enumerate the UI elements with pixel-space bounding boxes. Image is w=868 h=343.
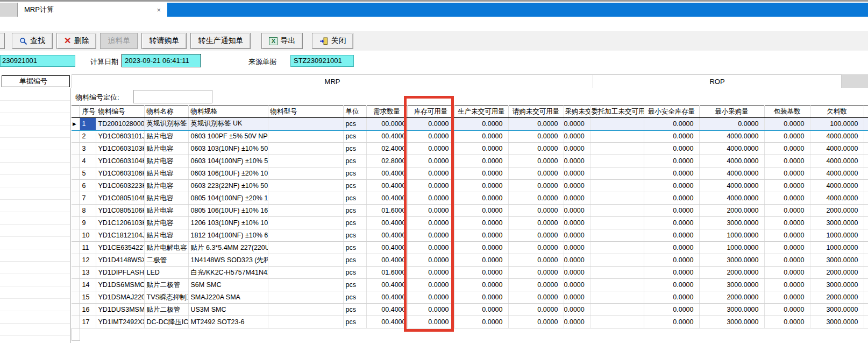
grid-cell[interactable] bbox=[590, 229, 644, 242]
table-row[interactable]: 17YD1IMT2492XXDC-DC降压ICMT2492 SOT23-6pcs… bbox=[72, 316, 868, 328]
grid-cell[interactable]: 0.0000 bbox=[644, 167, 699, 180]
grid-cell[interactable]: 3000.0000 bbox=[810, 279, 864, 291]
grid-cell[interactable]: 1000.0000 bbox=[810, 229, 864, 242]
grid-cell[interactable]: 0.0000 bbox=[508, 143, 564, 155]
grid-cell[interactable]: YD1D4148WSX bbox=[96, 254, 144, 267]
grid-cell[interactable]: 6 bbox=[80, 180, 96, 192]
grid-cell[interactable]: 0.0000 bbox=[644, 267, 699, 279]
table-row[interactable]: 4YD1C0603104K贴片电容0603 104(100NF) ±10% 50… bbox=[72, 155, 868, 167]
grid-cell[interactable]: 0.0000 bbox=[644, 143, 699, 155]
grid-cell[interactable]: 0.0000 bbox=[644, 118, 699, 130]
grid-cell[interactable] bbox=[268, 267, 343, 279]
table-row[interactable]: 13YD1DIPFLASH5LED白光/KK2C-H5757M41N42pcs0… bbox=[72, 267, 868, 279]
grid-cell[interactable]: 1206 103(10NF) ±10% 100 bbox=[188, 217, 268, 229]
grid-cell[interactable]: pcs bbox=[343, 316, 366, 328]
grid-cell[interactable] bbox=[590, 205, 644, 217]
grid-cell[interactable]: 0.0000 bbox=[407, 155, 454, 167]
grid-cell[interactable]: 4000.0000 bbox=[699, 143, 764, 155]
clipped-button[interactable]: 单 bbox=[0, 33, 5, 49]
grid-cell[interactable]: 0.0000 bbox=[407, 254, 454, 267]
grid-cell[interactable]: 0.0000 bbox=[764, 192, 810, 205]
grid-cell[interactable]: 3000.0000 bbox=[699, 217, 764, 229]
grid-cell[interactable]: 1812 104(100NF) ±10% 63 bbox=[188, 229, 268, 242]
grid-cell[interactable]: 0.0000 bbox=[764, 291, 810, 304]
grid-cell[interactable]: 0.0000 bbox=[564, 143, 590, 155]
table-row[interactable]: 7YD1C0805104M贴片电容0805 104(100NF) ±20% 10… bbox=[72, 192, 868, 205]
grid-cell[interactable]: 3000.0000 bbox=[810, 254, 864, 267]
grid-cell[interactable]: LED bbox=[144, 267, 188, 279]
grid-cell[interactable]: YD1DIPFLASH5 bbox=[96, 267, 144, 279]
grid-cell[interactable]: 0.0000 bbox=[508, 316, 564, 328]
column-header[interactable]: 欠料数 bbox=[810, 106, 864, 118]
grid-cell[interactable]: 0.0000 bbox=[508, 180, 564, 192]
grid-cell[interactable]: 4000.0000 bbox=[810, 130, 864, 143]
grid-cell[interactable]: MT2492 SOT23-6 bbox=[188, 316, 268, 328]
delete-button[interactable]: ✕ 删除 bbox=[56, 33, 96, 49]
grid-cell[interactable]: 3000.0000 bbox=[810, 316, 864, 328]
row-marker-cell[interactable] bbox=[72, 254, 80, 267]
grid-cell[interactable]: 0.0000 bbox=[508, 155, 564, 167]
grid-cell[interactable]: pcs bbox=[343, 118, 366, 130]
grid-cell[interactable]: pcs bbox=[343, 254, 366, 267]
grid-cell[interactable]: 0.0000 bbox=[508, 267, 564, 279]
table-row[interactable]: 10YD1C1812104J贴片电容1812 104(100NF) ±10% 6… bbox=[72, 229, 868, 242]
table-row[interactable]: 15YD1DSMAJ220ATVS瞬态抑制二极SMAJ220A SMApcs00… bbox=[72, 291, 868, 304]
grid-cell[interactable]: 0.0000 bbox=[644, 316, 699, 328]
grid-cell[interactable]: 0.0000 bbox=[764, 279, 810, 291]
grid-cell[interactable]: 0.0000 bbox=[699, 118, 764, 130]
close-window-button[interactable]: 关闭 bbox=[312, 33, 353, 49]
grid-cell[interactable]: 0.0000 bbox=[407, 205, 454, 217]
grid-cell[interactable]: 5 bbox=[80, 167, 96, 180]
grid-cell[interactable] bbox=[268, 118, 343, 130]
grid-cell[interactable]: 0603 106(10UF) ±20% 10V bbox=[188, 167, 268, 180]
grid-cell[interactable]: 1000.0000 bbox=[699, 242, 764, 254]
row-marker-cell[interactable] bbox=[72, 291, 80, 304]
grid-cell[interactable]: 0.0000 bbox=[564, 205, 590, 217]
column-header[interactable]: 生产未交可用量 bbox=[454, 106, 508, 118]
grid-cell[interactable]: 100.0000 bbox=[810, 118, 864, 130]
grid-cell[interactable]: 02.8000 bbox=[366, 155, 407, 167]
grid-cell[interactable] bbox=[590, 217, 644, 229]
grid-cell[interactable] bbox=[590, 304, 644, 316]
grid-cell[interactable]: 0.0000 bbox=[454, 180, 508, 192]
grid-cell[interactable]: 2000.0000 bbox=[699, 205, 764, 217]
grid-cell[interactable]: 2000.0000 bbox=[699, 267, 764, 279]
grid-cell[interactable]: 4000.0000 bbox=[699, 155, 764, 167]
to-purchase-requisition-button[interactable]: 转请购单 bbox=[141, 33, 187, 49]
grid-cell[interactable]: 8 bbox=[80, 205, 96, 217]
grid-cell[interactable]: 0.0000 bbox=[564, 130, 590, 143]
grid-cell[interactable] bbox=[590, 254, 644, 267]
grid-cell[interactable]: 0.0000 bbox=[764, 167, 810, 180]
grid-cell[interactable]: pcs bbox=[343, 205, 366, 217]
grid-cell[interactable]: 0.0000 bbox=[644, 229, 699, 242]
grid-cell[interactable]: 00.0000 bbox=[366, 118, 407, 130]
column-header[interactable]: 需求数量 bbox=[366, 106, 407, 118]
calc-date-field[interactable]: 2023-09-21 06:41:11 bbox=[122, 54, 201, 67]
mrp-doc-number-field[interactable]: 230921001 bbox=[0, 55, 75, 67]
grid-cell[interactable] bbox=[268, 254, 343, 267]
grid-cell[interactable]: 0.0000 bbox=[764, 143, 810, 155]
grid-cell[interactable]: 0.0000 bbox=[564, 291, 590, 304]
table-row[interactable]: 9YD1C1206103K贴片电容1206 103(10NF) ±10% 100… bbox=[72, 217, 868, 229]
grid-cell[interactable]: 0.0000 bbox=[764, 205, 810, 217]
grid-cell[interactable]: 0.0000 bbox=[764, 180, 810, 192]
grid-cell[interactable]: 2000.0000 bbox=[810, 267, 864, 279]
grid-cell[interactable]: 4000.0000 bbox=[810, 155, 864, 167]
grid-cell[interactable]: 3 bbox=[80, 143, 96, 155]
grid-cell[interactable]: 0.0000 bbox=[644, 130, 699, 143]
grid-cell[interactable]: 00.4000 bbox=[366, 180, 407, 192]
grid-cell[interactable]: 0.0000 bbox=[564, 267, 590, 279]
grid-cell[interactable]: 00.4000 bbox=[366, 242, 407, 254]
grid-cell[interactable]: 白光/KK2C-H5757M41N42 bbox=[188, 267, 268, 279]
grid-cell[interactable]: 16 bbox=[80, 304, 96, 316]
grid-cell[interactable]: 9 bbox=[80, 217, 96, 229]
grid-cell[interactable]: 0.0000 bbox=[407, 217, 454, 229]
grid-cell[interactable]: 0.0000 bbox=[644, 192, 699, 205]
grid-cell[interactable]: 0.0000 bbox=[644, 279, 699, 291]
table-row[interactable]: 3YD1C0603103K贴片电容0603 103(10NF) ±10% 50V… bbox=[72, 143, 868, 155]
grid-cell[interactable]: 0.0000 bbox=[564, 167, 590, 180]
grid-cell[interactable]: 0.0000 bbox=[454, 291, 508, 304]
table-row[interactable]: 14YD1DS6MSMCX贴片二极管S6M SMCpcs00.40000.000… bbox=[72, 279, 868, 291]
grid-cell[interactable]: YD1C0603104K bbox=[96, 155, 144, 167]
column-header[interactable]: 物料型号 bbox=[268, 106, 343, 118]
